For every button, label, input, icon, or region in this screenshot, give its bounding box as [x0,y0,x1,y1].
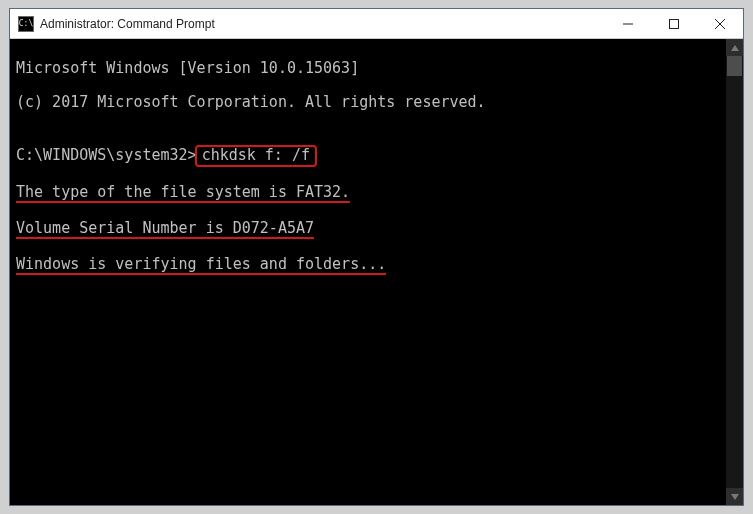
cmd-icon: C:\ [18,16,34,32]
prompt-line: C:\WINDOWS\system32>chkdsk f: /f [16,145,737,167]
output-line: The type of the file system is FAT32. [16,184,350,203]
prompt-prefix: C:\WINDOWS\system32> [16,146,197,164]
minimize-button[interactable] [605,9,651,38]
command-prompt-window: C:\ Administrator: Command Prompt Micros… [9,8,744,506]
titlebar[interactable]: C:\ Administrator: Command Prompt [10,9,743,39]
scroll-down-button[interactable] [726,488,743,505]
scroll-thumb[interactable] [727,56,742,76]
close-button[interactable] [697,9,743,38]
scroll-up-button[interactable] [726,39,743,56]
output-line: Microsoft Windows [Version 10.0.15063] [16,60,737,77]
cmd-icon-label: C:\ [19,19,33,28]
window-title: Administrator: Command Prompt [40,17,605,31]
scroll-track[interactable] [726,56,743,488]
output-line: (c) 2017 Microsoft Corporation. All righ… [16,94,737,111]
svg-marker-5 [731,494,739,500]
window-controls [605,9,743,38]
maximize-button[interactable] [651,9,697,38]
entered-command: chkdsk f: /f [195,145,317,167]
svg-rect-1 [670,19,679,28]
output-line: Volume Serial Number is D072-A5A7 [16,220,314,239]
svg-marker-4 [731,45,739,51]
terminal-output[interactable]: Microsoft Windows [Version 10.0.15063] (… [10,39,743,505]
vertical-scrollbar[interactable] [726,39,743,505]
output-line: Windows is verifying files and folders..… [16,256,386,275]
